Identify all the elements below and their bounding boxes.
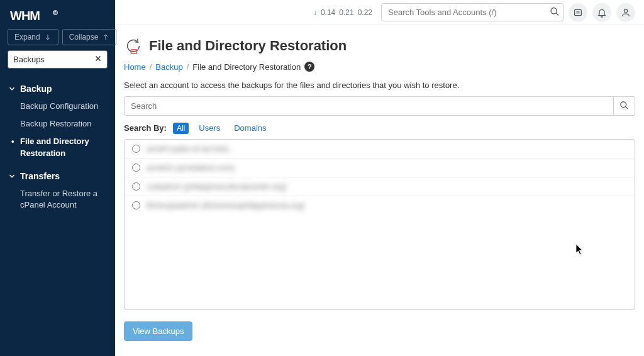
arrow-down-icon [44,33,52,41]
search-icon [550,6,560,16]
main: ↓ 0.14 0.21 0.22 [115,0,644,356]
sidebar-group-label: Transfers [20,171,60,181]
svg-text:WHM: WHM [10,9,40,23]
breadcrumb-sep: / [150,62,152,72]
top-search-wrap [381,3,564,21]
view-backups-button[interactable]: View Backups [124,321,192,341]
breadcrumb: Home / Backup / File and Directory Resto… [124,62,635,72]
account-search-row [124,96,635,116]
restore-icon [124,36,143,55]
account-label: arnelch (arnelatest.com) [147,163,235,172]
arrow-up-icon [102,33,109,41]
account-label: cultadmin (philippineculturalcenter.org) [147,182,287,191]
sidebar-search-input[interactable] [8,50,108,69]
account-row[interactable]: filminoptadmin (illchemisophilippinasna.… [125,196,635,214]
user-icon [621,8,631,18]
breadcrumb-home[interactable]: Home [124,62,146,72]
load-5m: 0.21 [339,8,353,17]
filter-users[interactable]: Users [195,122,224,134]
app-root: WHM R Expand Collapse Backu [0,0,644,356]
load-average: ↓ 0.14 0.21 0.22 [313,8,372,17]
account-row[interactable]: arnelch (arnelatest.com) [125,159,635,177]
news-icon [573,8,583,18]
search-icon [619,101,629,110]
sidebar-group-transfers[interactable]: Transfers [0,167,115,185]
sidebar-group-backup-items: Backup Configuration Backup Restoration … [0,97,115,162]
page-title-row: File and Directory Restoration [124,36,635,55]
account-radio[interactable] [132,201,140,209]
top-search-button[interactable] [550,6,560,18]
sidebar-group-label: Backup [20,84,52,94]
sidebar-nav: Backup Backup Configuration Backup Resto… [0,76,115,356]
svg-point-7 [621,101,626,107]
sidebar-group-transfers-items: Transfer or Restore a cPanel Account [0,185,115,214]
sidebar-item-backup-configuration[interactable]: Backup Configuration [0,97,115,115]
account-search-input[interactable] [124,96,614,116]
chevron-down-icon [8,172,16,181]
help-icon[interactable]: ? [304,62,314,72]
sidebar-item-file-directory-restoration[interactable]: File and Directory Restoration [0,133,115,162]
svg-rect-4 [575,9,582,15]
sidebar: WHM R Expand Collapse Backu [0,0,115,356]
account-list: arnelf (saite-of-art.info) arnelch (arne… [124,139,635,310]
collapse-label: Collapse [69,33,99,42]
account-radio[interactable] [132,145,140,153]
expand-label: Expand [14,33,40,42]
news-button[interactable] [569,3,587,22]
account-label: filminoptadmin (illchemisophilippinasna.… [147,201,304,210]
page-title: File and Directory Restoration [149,38,347,54]
filter-domains[interactable]: Domains [230,122,270,134]
sidebar-item-backup-restoration[interactable]: Backup Restoration [0,115,115,133]
expand-all-button[interactable]: Expand [8,29,58,45]
sidebar-item-transfer-restore[interactable]: Transfer or Restore a cPanel Account [0,185,115,214]
account-radio[interactable] [132,164,140,172]
svg-point-5 [624,9,627,12]
chevron-down-icon [8,84,16,93]
clear-search-icon[interactable] [94,54,103,65]
notifications-button[interactable] [592,3,611,22]
account-button[interactable] [616,3,635,22]
breadcrumb-sep: / [187,62,189,72]
svg-text:R: R [54,11,57,14]
filter-all[interactable]: All [173,123,189,134]
breadcrumb-current: File and Directory Restoration [192,62,301,72]
footer-actions: View Backups [124,321,635,341]
collapse-all-button[interactable]: Collapse [62,29,117,45]
account-radio[interactable] [132,182,140,191]
top-search-input[interactable] [381,3,564,21]
load-1m: 0.14 [321,8,335,17]
topbar: ↓ 0.14 0.21 0.22 [115,0,644,25]
account-row[interactable]: cultadmin (philippineculturalcenter.org) [125,177,635,196]
search-by-label: Search By: [124,123,167,133]
account-label: arnelf (saite-of-art.info) [147,144,230,153]
arrow-down-icon: ↓ [313,8,317,17]
breadcrumb-backup[interactable]: Backup [155,62,182,72]
load-15m: 0.22 [358,8,372,17]
bell-icon [597,8,607,18]
search-by-row: Search By: All Users Domains [124,122,635,134]
svg-point-3 [551,8,557,13]
page-description: Select an account to access the backups … [124,81,635,90]
account-row[interactable]: arnelf (saite-of-art.info) [125,140,635,159]
sidebar-group-backup[interactable]: Backup [0,80,115,97]
whm-logo: WHM R [0,0,115,29]
sidebar-controls: Expand Collapse [0,29,115,50]
account-search-button[interactable] [614,96,635,116]
content: File and Directory Restoration Home / Ba… [115,25,644,353]
sidebar-search-wrap [0,50,115,76]
